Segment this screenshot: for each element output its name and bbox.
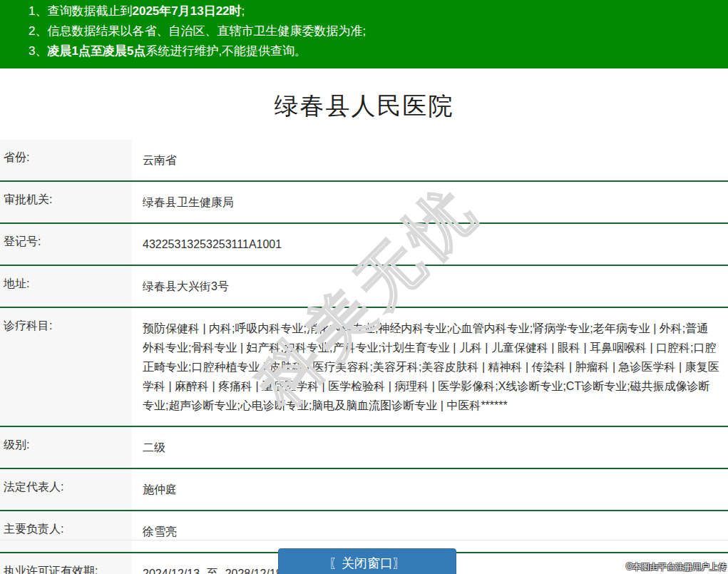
row-value: 绿春县大兴街3号 bbox=[132, 266, 728, 307]
row-label: 执业许可证有效期: bbox=[0, 553, 132, 574]
row-label: 省份: bbox=[0, 140, 132, 180]
row-value: 二级 bbox=[132, 427, 728, 468]
page-title: 绿春县人民医院 bbox=[0, 68, 728, 140]
row-value: 绿春县卫生健康局 bbox=[132, 182, 728, 222]
table-row-province: 省份: 云南省 bbox=[0, 140, 728, 182]
row-value: 云南省 bbox=[132, 140, 728, 180]
row-label: 登记号: bbox=[0, 224, 132, 265]
table-row-address: 地址: 绿春县大兴街3号 bbox=[0, 266, 728, 308]
footer-divider bbox=[0, 540, 728, 540]
notice-line-1-tail: ; bbox=[242, 4, 245, 18]
close-window-button[interactable]: 〖关闭窗口〗 bbox=[278, 548, 456, 574]
notice-line-3-text: 3、 bbox=[29, 44, 47, 58]
row-label: 地址: bbox=[0, 266, 132, 307]
row-value: 施仲庭 bbox=[132, 469, 728, 510]
notice-line-3-bold: 凌晨1点至凌晨5点 bbox=[47, 44, 145, 58]
notice-line-3: 3、凌晨1点至凌晨5点系统进行维护,不能提供查询。 bbox=[29, 41, 721, 61]
info-table: 省份: 云南省 审批机关: 绿春县卫生健康局 登记号: 432253132532… bbox=[0, 140, 728, 574]
notice-line-1-text: 1、查询数据截止到 bbox=[29, 4, 132, 18]
notice-line-2: 2、信息数据结果以各省、自治区、直辖市卫生健康委数据为准; bbox=[29, 21, 721, 41]
notice-banner: 1、查询数据截止到2025年7月13日22时; 2、信息数据结果以各省、自治区、… bbox=[0, 0, 728, 68]
table-row-approval-authority: 审批机关: 绿春县卫生健康局 bbox=[0, 182, 728, 224]
table-row-medical-subjects: 诊疗科目: 预防保健科 | 内科;呼吸内科专业;消化内科专业;神经内科专业;心血… bbox=[0, 308, 728, 427]
row-label: 级别: bbox=[0, 427, 132, 468]
notice-line-2-text: 2、信息数据结果以各省、自治区、直辖市卫生健康委数据为准; bbox=[29, 24, 366, 38]
table-row-registration-number: 登记号: 43225313253253111A1001 bbox=[0, 224, 728, 266]
row-value: 43225313253253111A1001 bbox=[132, 224, 728, 265]
row-label: 主要负责人: bbox=[0, 511, 132, 552]
row-value: 预防保健科 | 内科;呼吸内科专业;消化内科专业;神经内科专业;心血管内科专业;… bbox=[132, 308, 728, 426]
upload-credit: ©本图由平台注册用户上传 bbox=[626, 561, 727, 573]
table-row-level: 级别: 二级 bbox=[0, 427, 728, 469]
row-label: 诊疗科目: bbox=[0, 308, 132, 426]
notice-line-1-bold: 2025年7月13日22时 bbox=[132, 4, 241, 18]
notice-line-3-tail: 系统进行维护,不能提供查询。 bbox=[145, 44, 307, 58]
table-row-main-person-in-charge: 主要负责人: 徐雪亮 bbox=[0, 511, 728, 553]
table-row-legal-representative: 法定代表人: 施仲庭 bbox=[0, 469, 728, 511]
notice-line-1: 1、查询数据截止到2025年7月13日22时; bbox=[29, 1, 721, 21]
row-value: 徐雪亮 bbox=[132, 511, 728, 552]
row-label: 法定代表人: bbox=[0, 469, 132, 510]
row-label: 审批机关: bbox=[0, 182, 132, 222]
